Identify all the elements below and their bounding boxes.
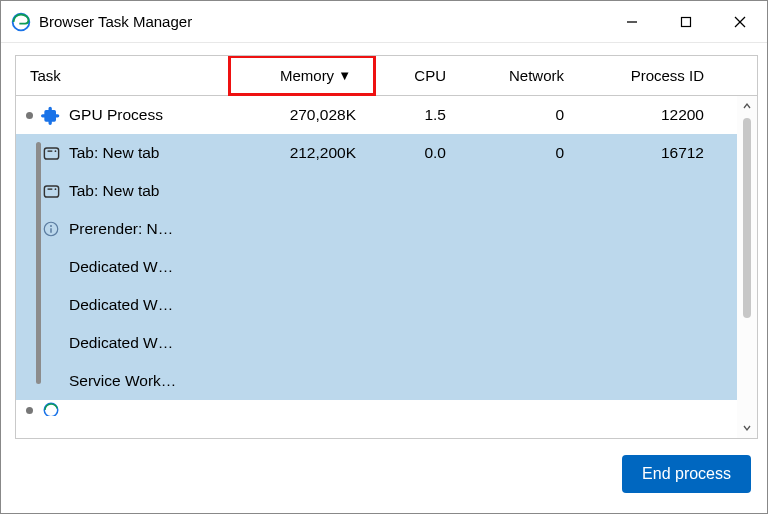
task-name: Tab: New tab [69, 182, 159, 200]
svg-rect-13 [50, 228, 52, 233]
svg-rect-5 [44, 147, 58, 158]
task-name: Dedicated W… [69, 334, 173, 352]
svg-point-12 [50, 225, 52, 227]
info-icon [41, 219, 61, 239]
table-row[interactable]: Dedicated W… [16, 286, 737, 324]
tab-icon [41, 181, 61, 201]
close-button[interactable] [713, 1, 767, 42]
svg-rect-8 [44, 185, 58, 196]
column-label: Task [30, 67, 61, 84]
blank-icon [41, 257, 61, 277]
svg-point-10 [54, 188, 56, 190]
column-header-process-id[interactable]: Process ID [576, 56, 718, 95]
table-row[interactable]: Tab: New tab [16, 172, 737, 210]
svg-rect-2 [682, 17, 691, 26]
minimize-button[interactable] [605, 1, 659, 42]
task-cell: Service Work… [16, 371, 228, 391]
memory-cell: 270,028K [228, 106, 376, 124]
task-name: Prerender: N… [69, 220, 173, 238]
tab-icon [41, 143, 61, 163]
column-label: CPU [414, 67, 446, 84]
task-cell: Tab: New tab [16, 143, 228, 163]
task-cell: Dedicated W… [16, 295, 228, 315]
cpu-cell: 1.5 [376, 106, 458, 124]
task-cell [16, 400, 228, 416]
puzzle-icon [41, 105, 61, 125]
scrollbar-thumb[interactable] [743, 118, 751, 318]
memory-cell: 212,200K [228, 144, 376, 162]
vertical-scrollbar[interactable] [737, 96, 757, 438]
task-cell: GPU Process [16, 105, 228, 125]
group-bullet-icon [26, 112, 33, 119]
task-cell: Dedicated W… [16, 333, 228, 353]
task-cell: Prerender: N… [16, 219, 228, 239]
blank-icon [41, 295, 61, 315]
column-header-memory[interactable]: Memory ▼ [228, 55, 376, 96]
table-row[interactable]: Dedicated W… [16, 248, 737, 286]
task-name: Dedicated W… [69, 258, 173, 276]
pid-cell: 12200 [576, 106, 718, 124]
scrollbar-track[interactable] [743, 116, 751, 418]
network-cell: 0 [458, 144, 576, 162]
table-row[interactable]: Dedicated W… [16, 324, 737, 362]
scroll-up-arrow-icon[interactable] [737, 96, 757, 116]
task-name: Service Work… [69, 372, 176, 390]
rows-host: GPU Process270,028K1.5012200Tab: New tab… [16, 96, 737, 438]
task-cell: Tab: New tab [16, 181, 228, 201]
content-area: Task Memory ▼ CPU Network Process ID GPU… [1, 43, 767, 513]
network-cell: 0 [458, 106, 576, 124]
table-row[interactable]: Service Work… [16, 362, 737, 400]
pid-cell: 16712 [576, 144, 718, 162]
column-header-task[interactable]: Task [16, 56, 228, 95]
table-row[interactable]: Tab: New tab212,200K0.0016712 [16, 134, 737, 172]
scroll-down-arrow-icon[interactable] [737, 418, 757, 438]
column-header-network[interactable]: Network [458, 56, 576, 95]
cpu-cell: 0.0 [376, 144, 458, 162]
column-header-cpu[interactable]: CPU [376, 56, 458, 95]
column-label: Network [509, 67, 564, 84]
blank-icon [41, 333, 61, 353]
table-row[interactable]: Prerender: N… [16, 210, 737, 248]
edge-icon [11, 12, 31, 32]
header-scroll-spacer [718, 56, 738, 95]
task-table: Task Memory ▼ CPU Network Process ID GPU… [15, 55, 758, 439]
column-label: Process ID [631, 67, 704, 84]
sort-descending-icon: ▼ [338, 69, 351, 82]
table-body: GPU Process270,028K1.5012200Tab: New tab… [16, 96, 757, 438]
task-cell: Dedicated W… [16, 257, 228, 277]
task-name: GPU Process [69, 106, 163, 124]
table-row[interactable] [16, 400, 737, 416]
footer: End process [15, 439, 758, 501]
window-title: Browser Task Manager [39, 13, 605, 30]
window: Browser Task Manager Task Memory ▼ CPU [0, 0, 768, 514]
task-name: Tab: New tab [69, 144, 159, 162]
process-group-bar [36, 142, 41, 384]
table-row[interactable]: GPU Process270,028K1.5012200 [16, 96, 737, 134]
end-process-button[interactable]: End process [622, 455, 751, 493]
edge-icon [41, 400, 61, 416]
maximize-button[interactable] [659, 1, 713, 42]
svg-point-7 [54, 150, 56, 152]
table-header-row: Task Memory ▼ CPU Network Process ID [16, 56, 757, 96]
titlebar: Browser Task Manager [1, 1, 767, 43]
column-label: Memory [280, 67, 334, 84]
blank-icon [41, 371, 61, 391]
window-controls [605, 1, 767, 42]
group-bullet-icon [26, 407, 33, 414]
task-name: Dedicated W… [69, 296, 173, 314]
